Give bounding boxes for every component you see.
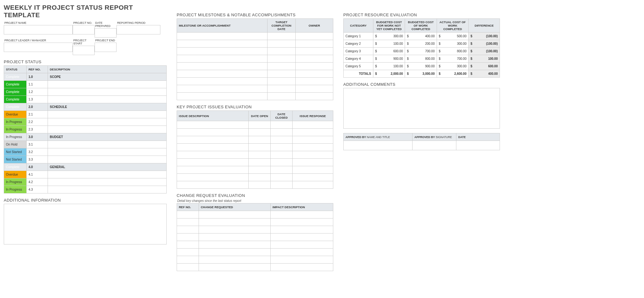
cell[interactable] <box>177 85 267 93</box>
comments-box[interactable] <box>343 88 500 129</box>
cell[interactable] <box>296 33 333 40</box>
desc-cell[interactable] <box>48 178 167 186</box>
cell[interactable] <box>267 93 296 100</box>
approval-date-cell[interactable] <box>456 141 500 150</box>
status-cell[interactable]: Not Started <box>4 156 27 163</box>
status-cell[interactable]: In Progress <box>4 186 27 193</box>
cell[interactable] <box>199 226 271 234</box>
cell[interactable] <box>177 256 199 264</box>
cell[interactable] <box>177 40 267 48</box>
meta-input[interactable] <box>73 25 95 34</box>
cell[interactable] <box>177 151 249 159</box>
cell[interactable] <box>267 48 296 55</box>
desc-cell[interactable] <box>48 88 167 96</box>
desc-cell[interactable] <box>48 96 167 103</box>
cell[interactable] <box>296 40 333 48</box>
cell[interactable] <box>296 70 333 78</box>
cell[interactable] <box>249 151 271 159</box>
cell[interactable] <box>271 256 333 264</box>
cell[interactable] <box>267 55 296 63</box>
cell[interactable] <box>293 151 333 159</box>
cell[interactable] <box>177 70 267 78</box>
cell[interactable] <box>293 144 333 151</box>
cell[interactable] <box>177 48 267 55</box>
cell[interactable] <box>177 174 249 181</box>
cell[interactable] <box>271 241 333 249</box>
status-cell[interactable]: Complete <box>4 88 27 96</box>
cell[interactable] <box>199 264 271 271</box>
cell[interactable] <box>177 159 249 166</box>
cell[interactable] <box>267 33 296 40</box>
cell[interactable] <box>267 78 296 85</box>
status-cell[interactable]: Complete <box>4 73 27 81</box>
cell[interactable] <box>271 181 293 189</box>
additional-info-box[interactable] <box>4 204 167 244</box>
cell[interactable] <box>267 40 296 48</box>
desc-cell[interactable] <box>48 186 167 193</box>
cell[interactable] <box>293 181 333 189</box>
cell[interactable] <box>296 63 333 70</box>
cell[interactable] <box>249 166 271 174</box>
cell[interactable] <box>271 159 293 166</box>
status-cell[interactable]: Overdue <box>4 111 27 118</box>
cell[interactable] <box>177 181 249 189</box>
cell[interactable] <box>177 136 249 144</box>
cell[interactable] <box>271 121 293 129</box>
cell[interactable] <box>177 144 249 151</box>
desc-cell[interactable] <box>48 126 167 133</box>
cell[interactable] <box>271 151 293 159</box>
cell[interactable] <box>271 234 333 241</box>
status-cell[interactable]: In Progress <box>4 178 27 186</box>
cell[interactable] <box>177 33 267 40</box>
cell[interactable] <box>199 241 271 249</box>
cell[interactable] <box>177 63 267 70</box>
status-cell[interactable]: Complete <box>4 96 27 103</box>
cell[interactable] <box>177 211 199 218</box>
cell[interactable] <box>271 264 333 271</box>
desc-cell[interactable]: SCHEDULE <box>48 103 167 111</box>
cell[interactable] <box>249 121 271 129</box>
cell[interactable] <box>293 174 333 181</box>
cell[interactable] <box>199 249 271 256</box>
cell[interactable] <box>177 129 249 136</box>
cell[interactable] <box>199 256 271 264</box>
cell[interactable] <box>199 234 271 241</box>
cell[interactable] <box>267 85 296 93</box>
status-cell[interactable]: Complete <box>4 103 27 111</box>
cell[interactable] <box>249 174 271 181</box>
cell[interactable] <box>296 48 333 55</box>
cell[interactable] <box>177 78 267 85</box>
cell[interactable] <box>177 234 199 241</box>
meta-input[interactable] <box>4 43 73 52</box>
cell[interactable] <box>177 55 267 63</box>
cell[interactable] <box>249 144 271 151</box>
cell[interactable] <box>177 249 199 256</box>
cell[interactable] <box>177 166 249 174</box>
cell[interactable] <box>271 249 333 256</box>
desc-cell[interactable] <box>48 171 167 178</box>
cell[interactable] <box>271 211 333 218</box>
desc-cell[interactable] <box>48 148 167 156</box>
cell[interactable] <box>177 121 249 129</box>
cell[interactable] <box>177 93 267 100</box>
desc-cell[interactable]: GENERAL <box>48 163 167 171</box>
cell[interactable] <box>271 218 333 226</box>
desc-cell[interactable] <box>48 111 167 118</box>
cell[interactable] <box>249 129 271 136</box>
desc-cell[interactable] <box>48 141 167 148</box>
meta-input[interactable] <box>4 25 73 34</box>
status-cell[interactable]: Not Started <box>4 148 27 156</box>
cell[interactable] <box>296 93 333 100</box>
status-cell[interactable]: Overdue <box>4 171 27 178</box>
cell[interactable] <box>249 159 271 166</box>
meta-input[interactable] <box>117 25 160 34</box>
approval-name-cell[interactable] <box>344 141 413 150</box>
cell[interactable] <box>177 226 199 234</box>
cell[interactable] <box>271 144 293 151</box>
cell[interactable] <box>296 55 333 63</box>
approval-sig-cell[interactable] <box>413 141 456 150</box>
cell[interactable] <box>293 159 333 166</box>
status-cell[interactable]: In Progress <box>4 133 27 141</box>
cell[interactable] <box>271 129 293 136</box>
status-cell[interactable]: In Progress <box>4 118 27 126</box>
